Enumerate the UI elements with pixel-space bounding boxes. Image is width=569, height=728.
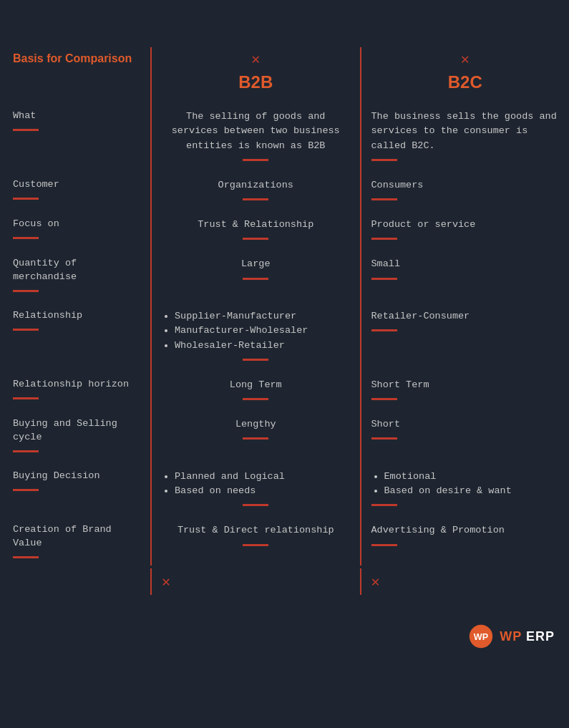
b2c-text: Short Term [371, 379, 429, 390]
basis-divider [13, 290, 39, 292]
b2b-cell-1: Organizations [150, 168, 360, 208]
basis-divider [13, 450, 39, 452]
b2c-cell-2: Product or service [360, 208, 570, 247]
table-row: What The selling of goods and services b… [0, 100, 569, 168]
basis-cell-1: Customer [0, 168, 150, 208]
b2b-divider [243, 359, 268, 361]
basis-text: Relationship [13, 309, 143, 323]
b2b-divider [243, 278, 268, 280]
b2b-text: Lengthy [235, 419, 276, 429]
b2b-cell-8: Trust & Direct relationship [150, 513, 360, 566]
b2c-cell-1: Consumers [360, 168, 570, 208]
table-row: Buying Decision Planned and LogicalBased… [0, 460, 569, 514]
b2c-cell-3: Small [360, 247, 570, 299]
b2b-text: The selling of goods and services betwee… [172, 111, 340, 151]
basis-column-header: Basis for Comparison [0, 47, 150, 65]
b2b-list-item: Supplier-Manufacturer [175, 309, 350, 324]
b2c-divider [371, 504, 397, 506]
b2b-list-item: Planned and Logical [175, 470, 350, 484]
basis-divider [13, 489, 39, 491]
b2b-text: Trust & Direct relationship [177, 525, 334, 535]
b2b-column-header: ✕ B2B [150, 47, 360, 100]
basis-divider [13, 129, 39, 131]
table-row: Focus on Trust & RelationshipProduct or … [0, 208, 569, 247]
table-row: Relationship horizon Long TermShort Term [0, 368, 569, 407]
b2b-list: Planned and LogicalBased on needs [162, 470, 350, 499]
b2c-list: EmotionalBased on desire & want [371, 470, 560, 499]
b2c-divider [371, 437, 397, 440]
b2c-cell-4: Retailer-Consumer [360, 299, 570, 368]
b2b-list-item: Manufacturer-Wholesaler [175, 324, 350, 338]
b2c-cell-6: Short [360, 407, 570, 460]
basis-header-label: Basis for Comparison [13, 52, 143, 65]
b2c-text: The business sells the goods and service… [371, 111, 557, 151]
b2b-divider [243, 238, 268, 240]
b2b-divider [243, 198, 268, 200]
basis-divider [13, 237, 39, 239]
b2c-divider [371, 198, 397, 200]
basis-text: Customer [13, 178, 143, 192]
b2c-divider [371, 159, 397, 161]
b2b-text: Long Term [230, 379, 282, 390]
b2c-header-label: B2C [371, 72, 560, 92]
b2b-divider [243, 437, 268, 440]
b2b-cell-5: Long Term [150, 368, 360, 407]
b2b-cell-3: Large [150, 247, 360, 299]
footer: WP WP ERP [0, 616, 569, 661]
b2c-column-header: ✕ B2C [360, 47, 570, 100]
basis-text: Creation of Brand Value [13, 523, 143, 550]
b2c-text: Short [371, 419, 401, 429]
basis-text: Buying and Selling cycle [13, 417, 143, 445]
b2c-text: Advertising & Promotion [371, 525, 505, 535]
b2b-divider [243, 159, 268, 161]
comparison-table: Basis for Comparison ✕ B2B ✕ B2C What Th… [0, 40, 569, 616]
b2c-divider [371, 544, 397, 546]
table-row: Quantity of merchandise LargeSmall [0, 247, 569, 299]
basis-cell-4: Relationship [0, 299, 150, 368]
b2b-cell-2: Trust & Relationship [150, 208, 360, 247]
basis-cell-8: Creation of Brand Value [0, 513, 150, 566]
basis-divider [13, 198, 39, 200]
b2c-list-item: Based on desire & want [384, 484, 560, 498]
basis-cell-0: What [0, 100, 150, 168]
b2b-cell-6: Lengthy [150, 407, 360, 460]
table-row: Relationship Supplier-ManufacturerManufa… [0, 299, 569, 368]
b2b-list-item: Based on needs [175, 484, 350, 498]
b2c-divider [371, 329, 397, 331]
basis-text: Buying Decision [13, 470, 143, 483]
b2c-cell-7: EmotionalBased on desire & want [360, 460, 570, 514]
basis-text: Quantity of merchandise [13, 257, 143, 284]
b2c-cell-8: Advertising & Promotion [360, 513, 570, 566]
b2b-divider [243, 398, 268, 400]
header [0, 0, 569, 40]
b2b-divider [243, 544, 268, 546]
basis-cell-2: Focus on [0, 208, 150, 247]
b2c-cell-0: The business sells the goods and service… [360, 100, 570, 168]
b2b-cell-7: Planned and LogicalBased on needs [150, 460, 360, 514]
b2c-x-top: ✕ [371, 50, 560, 68]
b2c-divider [371, 238, 397, 240]
b2c-text: Small [371, 258, 401, 269]
table-row: Creation of Brand Value Trust & Direct r… [0, 513, 569, 566]
table-row: Buying and Selling cycle LengthyShort [0, 407, 569, 460]
b2b-header-label: B2B [162, 72, 350, 92]
basis-cell-5: Relationship horizon [0, 368, 150, 407]
b2b-list-item: Wholesaler-Retailer [175, 339, 350, 353]
basis-text: Focus on [13, 218, 143, 231]
b2c-text: Product or service [371, 219, 476, 230]
b2c-cell-5: Short Term [360, 368, 570, 407]
basis-cell-7: Buying Decision [0, 460, 150, 514]
b2b-text: Large [241, 258, 271, 269]
table-row: Customer OrganizationsConsumers [0, 168, 569, 208]
b2c-list-item: Emotional [384, 470, 560, 484]
wp-erp-text: WP ERP [500, 629, 555, 644]
b2c-text: Consumers [371, 180, 424, 190]
wp-erp-icon: WP [468, 623, 494, 649]
b2b-x-top: ✕ [162, 50, 350, 68]
basis-cell-3: Quantity of merchandise [0, 247, 150, 299]
basis-divider [13, 329, 39, 331]
b2b-cell-0: The selling of goods and services betwee… [150, 100, 360, 168]
b2c-divider [371, 278, 397, 280]
b2c-text: Retailer-Consumer [371, 311, 470, 321]
basis-cell-6: Buying and Selling cycle [0, 407, 150, 460]
